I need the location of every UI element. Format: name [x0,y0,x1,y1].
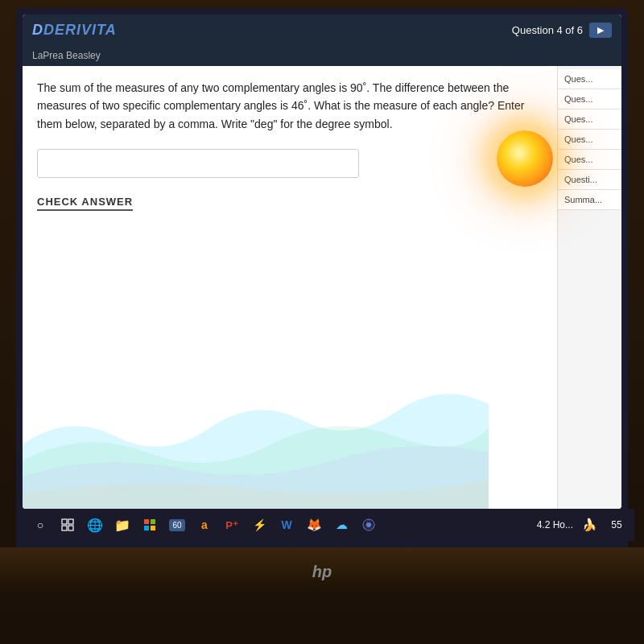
taskbar-search[interactable]: ○ [29,514,52,536]
screen-bezel: DDERIVITA Question 4 of 6 ▶ LaPrea Beasl… [16,8,628,547]
svg-rect-6 [144,526,149,530]
sidebar-item-3[interactable]: Ques... [558,109,621,130]
taskbar-edge[interactable]: 🌐 [84,514,106,536]
taskbar-lightning[interactable]: ⚡ [248,514,270,536]
check-answer-button[interactable]: CHECK ANSWER [37,194,133,211]
sidebar-item-1[interactable]: Ques... [558,69,621,89]
question-count: Question 4 of 6 [512,24,583,36]
sidebar-item-summary[interactable]: Summa... [558,190,621,210]
svg-rect-0 [62,519,67,524]
sidebar-item-5[interactable]: Ques... [558,150,621,170]
svg-rect-1 [68,519,73,524]
sidebar-item-2[interactable]: Ques... [558,89,621,109]
svg-rect-3 [68,526,73,530]
svg-rect-4 [144,519,149,524]
svg-rect-7 [151,526,155,530]
sidebar-item-4[interactable]: Ques... [558,130,621,150]
taskbar-extra-label: 55 [605,514,628,536]
taskbar-chrome[interactable] [357,514,380,536]
logo-text: DERIVITA [43,22,117,38]
svg-rect-2 [62,526,67,530]
taskbar-clock: 4.2 Ho... [537,519,573,530]
taskbar-timer[interactable]: 60 [166,514,188,536]
laptop-frame: DDERIVITA Question 4 of 6 ▶ LaPrea Beasl… [0,0,644,644]
taskbar-powerpoint[interactable]: P⁺ [221,514,243,536]
info-bar: LaPrea Beasley [23,45,621,66]
svg-rect-5 [151,519,155,524]
user-name: LaPrea Beasley [32,50,101,61]
laptop-bottom: hp [0,547,644,596]
wave-decoration [23,348,489,509]
answer-input[interactable] [37,149,359,178]
taskbar-amazon[interactable]: a [193,514,216,536]
taskbar-word[interactable]: W [275,514,298,536]
header: DDERIVITA Question 4 of 6 ▶ [23,14,621,45]
svg-point-9 [366,522,371,527]
sidebar: Ques... Ques... Ques... Ques... Ques... … [557,66,621,509]
next-button[interactable]: ▶ [589,23,612,38]
taskbar-app1[interactable]: 🦊 [303,514,325,536]
question-text: The sum of the measures of any two compl… [37,79,543,133]
screen: DDERIVITA Question 4 of 6 ▶ LaPrea Beasl… [23,14,621,509]
taskbar-extra: 🍌 [578,514,601,536]
taskbar-taskview[interactable] [56,514,79,536]
clock-text: 4.2 Ho... [537,519,573,530]
timer-badge: 60 [169,519,184,531]
taskbar-explorer[interactable]: 📁 [111,514,134,536]
taskbar-windows[interactable] [138,514,161,536]
orb-decoration [497,130,553,187]
logo: DDERIVITA [32,22,117,39]
logo-prefix: D [32,22,43,38]
sidebar-item-6[interactable]: Questi... [558,170,621,190]
taskbar-cloud[interactable]: ☁ [330,514,353,536]
taskbar: ○ 🌐 📁 60 a P⁺ ⚡ W 🦊 ☁ [23,509,634,541]
hp-logo: hp [312,563,332,581]
main-content: The sum of the measures of any two compl… [23,66,621,509]
question-area: The sum of the measures of any two compl… [23,66,557,509]
